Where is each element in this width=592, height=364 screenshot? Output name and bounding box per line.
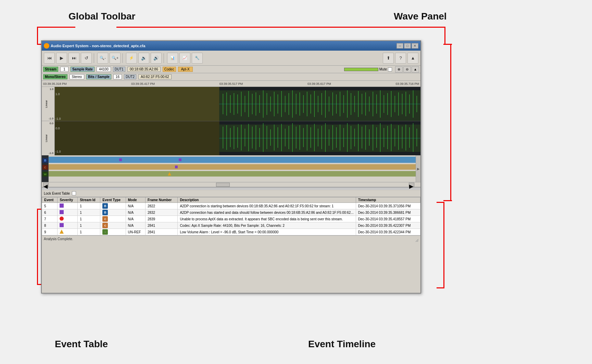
wave-zoom-in-btn[interactable]: ⊕: [395, 66, 403, 73]
scroll-left-btn[interactable]: ◀: [43, 183, 49, 187]
table-row: 6 1 B N/A 2832 A2DP connection has start…: [42, 209, 420, 216]
severity-icon-purple-6: [60, 210, 64, 214]
cell-mode-5: N/A: [126, 203, 145, 209]
cell-mode-9: UN-REF: [126, 229, 145, 235]
axis-linear-top: Linear: [45, 100, 48, 107]
timeline-markers: 03:39:35.318 PM 03:39:35.417 PM 03:39:35…: [43, 82, 419, 86]
bt-marker-1: [119, 158, 122, 161]
axis-2-minus10: -1.0: [49, 152, 53, 155]
bits-value: 16: [113, 74, 122, 79]
cell-frame-9: 2841: [145, 229, 177, 235]
minimize-button[interactable]: ─: [396, 43, 403, 49]
upload-button[interactable]: ⬆: [383, 53, 394, 64]
cell-severity-6: [58, 209, 78, 216]
severity-icon-yellow: [60, 230, 64, 234]
horizontal-scrollbar[interactable]: ◀ ▶: [42, 182, 420, 187]
codec-marker-1: [175, 166, 178, 168]
title-bar: Audio Expert System - non-stereo_detecte…: [42, 41, 420, 51]
table-header-row: Event Severity Stream Id Event Type Mode…: [42, 197, 420, 203]
cell-frame-7: 2839: [145, 216, 177, 222]
global-toolbar-label: Global Toolbar: [68, 11, 135, 22]
bt-marker-2: [179, 158, 181, 161]
cell-event-5: 5: [42, 203, 58, 209]
cell-mode-6: N/A: [126, 209, 145, 216]
svg-text:-1.0: -1.0: [55, 117, 61, 120]
repeat-button[interactable]: ↺: [81, 53, 92, 64]
resize-grip[interactable]: [413, 236, 418, 242]
zoom-out-button[interactable]: 🔍-: [97, 53, 108, 64]
cell-mode-8: N/A: [126, 222, 145, 229]
main-toolbar: ⏮ ▶ ⏭ ↺ 🔍- 🔍+ ⚡ 🔉 🔊 📊 📈 🔧 ⬆ ? ▲: [42, 51, 420, 66]
col-event: Event: [42, 197, 58, 203]
status-text: Analysis Complete.: [44, 237, 73, 241]
col-frame-number: Frame Number: [145, 197, 177, 203]
zoom-in-button[interactable]: 🔍+: [110, 53, 121, 64]
help-button[interactable]: ?: [395, 53, 406, 64]
cell-ts-6: Dec-30-2014 03:39:35.386681 PM: [356, 209, 420, 216]
arrow-up-button[interactable]: ▲: [407, 53, 418, 64]
mute-checkbox[interactable]: [388, 67, 392, 72]
severity-icon-red: [60, 217, 64, 221]
dut2-value: A0:82:1F:F5:00:62: [138, 74, 172, 79]
bits-label: Bits / Sample: [86, 74, 111, 79]
axis-linear-bottom: Linear: [45, 134, 48, 142]
cell-frame-6: 2832: [145, 209, 177, 216]
codec-label: Codec: [163, 67, 176, 72]
scroll-right-btn[interactable]: ▶: [409, 183, 414, 187]
table-row: 7 1 C N/A 2839 Unable to process AptX da…: [42, 216, 420, 222]
play-button[interactable]: ▶: [56, 53, 67, 64]
maximize-button[interactable]: □: [404, 43, 411, 49]
severity-icon-purple-8: [60, 223, 64, 227]
timeline-scroll-handle[interactable]: ▶: [416, 155, 420, 182]
cell-event-6: 6: [42, 209, 58, 216]
waveform-display: 1.0 Linear -1.0 0.0 Linear -1.0: [42, 87, 420, 155]
cell-ts-5: Dec-30-2014 03:39:35.371056 PM: [356, 203, 420, 209]
cell-stream-6: 1: [78, 209, 100, 216]
mute-label: Mute: [379, 67, 387, 71]
event-table: Event Severity Stream Id Event Type Mode…: [42, 197, 420, 235]
timeline-track-icons: B C W: [42, 155, 49, 182]
svg-line-121: [417, 240, 418, 242]
event-timeline-label: Event Timeline: [308, 339, 376, 350]
cell-stream-8: 1: [78, 222, 100, 229]
wave-zoom-buttons: ⊕ ⊖ ▲: [395, 66, 419, 73]
skip-forward-button[interactable]: ⏭: [68, 53, 79, 64]
tools-button[interactable]: 🔧: [192, 53, 203, 64]
lock-event-table-label: Lock Event Table: [44, 192, 70, 195]
time-marker-2: 03:39:35.417 PM: [131, 82, 155, 86]
chart1-button[interactable]: 📊: [167, 53, 178, 64]
time-marker-3: 03:39:35.517 PM: [219, 82, 243, 86]
svg-text:-1.0: -1.0: [55, 150, 61, 153]
time-marker-5: 03:39:35.716 PM: [395, 82, 419, 86]
cell-type-9: ~: [100, 229, 126, 235]
filter-button[interactable]: ⚡: [126, 53, 137, 64]
resize-grip-icon: [414, 238, 418, 242]
scroll-thumb[interactable]: [216, 183, 230, 187]
cell-type-5: B: [100, 203, 126, 209]
cell-type-8: C: [100, 222, 126, 229]
chart2-button[interactable]: 📈: [179, 53, 190, 64]
sample-rate-label: Sample Rate: [71, 67, 95, 72]
lock-event-table-checkbox[interactable]: [72, 191, 76, 195]
app-icon: [44, 43, 49, 49]
cell-severity-5: [58, 203, 78, 209]
cell-mode-7: N/A: [126, 216, 145, 222]
type-bt-icon: B: [102, 203, 108, 209]
col-stream-id: Stream Id: [78, 197, 100, 203]
wave-fit-btn[interactable]: ▲: [412, 66, 419, 73]
vol-up-button[interactable]: 🔊: [151, 53, 162, 64]
left-axis: 1.0 Linear -1.0 0.0 Linear -1.0: [42, 87, 55, 155]
col-event-type: Event Type: [100, 197, 126, 203]
mono-stereo-value: Stereo: [70, 74, 84, 79]
skip-back-button[interactable]: ⏮: [44, 53, 55, 64]
wave-zoom-out-btn[interactable]: ⊖: [403, 66, 411, 73]
axis-1-minus10: -1.0: [49, 117, 53, 120]
svg-text:0.0: 0.0: [55, 127, 60, 130]
cell-stream-9: 1: [78, 229, 100, 235]
app-window: Audio Expert System - non-stereo_detecte…: [41, 40, 421, 294]
close-button[interactable]: ✕: [412, 43, 418, 49]
window-title: Audio Expert System - non-stereo_detecte…: [51, 44, 395, 48]
type-codec-icon-8: C: [102, 223, 108, 228]
svg-line-120: [416, 239, 418, 242]
vol-down-button[interactable]: 🔉: [138, 53, 149, 64]
